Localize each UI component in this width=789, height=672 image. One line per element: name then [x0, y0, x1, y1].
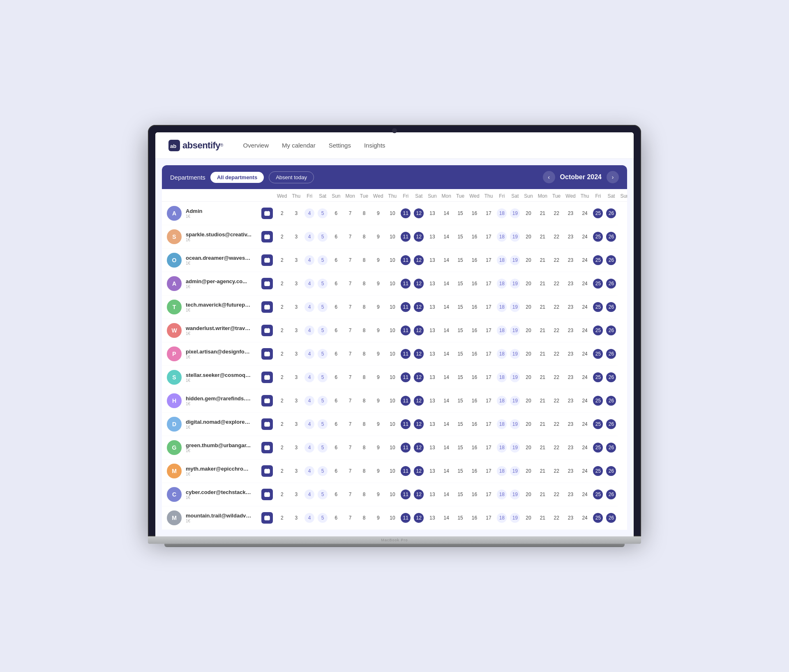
- day-cell[interactable]: 26: [604, 389, 618, 413]
- day-cell[interactable]: 6: [329, 483, 343, 506]
- calendar-icon-btn[interactable]: [261, 278, 273, 289]
- day-cell[interactable]: 24: [578, 460, 592, 483]
- day-cell[interactable]: 19: [508, 342, 521, 366]
- day-cell[interactable]: 21: [535, 460, 550, 483]
- day-cell[interactable]: 20: [521, 249, 535, 272]
- day-cell[interactable]: 10: [386, 272, 399, 296]
- day-cell[interactable]: 19: [508, 202, 521, 225]
- day-cell[interactable]: 13: [425, 389, 439, 413]
- day-cell[interactable]: 23: [563, 506, 578, 530]
- day-cell[interactable]: 15: [454, 506, 467, 530]
- day-cell[interactable]: 11: [399, 389, 412, 413]
- day-cell[interactable]: 25: [591, 225, 604, 249]
- day-cell[interactable]: 9: [371, 389, 385, 413]
- day-cell[interactable]: 15: [454, 460, 467, 483]
- calendar-icon-btn[interactable]: [261, 325, 273, 336]
- day-cell[interactable]: 5: [316, 413, 329, 436]
- day-cell[interactable]: 21: [535, 389, 550, 413]
- day-cell[interactable]: 23: [563, 272, 578, 296]
- day-cell[interactable]: 19: [508, 296, 521, 319]
- day-cell[interactable]: 14: [439, 483, 454, 506]
- day-cell[interactable]: 17: [482, 366, 496, 389]
- day-cell[interactable]: 5: [316, 506, 329, 530]
- day-cell[interactable]: 25: [591, 342, 604, 366]
- next-month-btn[interactable]: ›: [607, 171, 619, 183]
- day-cell[interactable]: 4: [303, 366, 316, 389]
- day-cell[interactable]: 13: [425, 202, 439, 225]
- day-cell[interactable]: 3: [289, 413, 303, 436]
- day-cell[interactable]: 14: [439, 225, 454, 249]
- day-cell[interactable]: 7: [343, 225, 358, 249]
- day-cell[interactable]: 4: [303, 249, 316, 272]
- day-cell[interactable]: 21: [535, 506, 550, 530]
- day-cell[interactable]: 6: [329, 202, 343, 225]
- day-cell[interactable]: 25: [591, 436, 604, 460]
- day-cell[interactable]: 7: [343, 319, 358, 342]
- day-cell[interactable]: 5: [316, 436, 329, 460]
- day-cell[interactable]: 15: [454, 296, 467, 319]
- day-cell[interactable]: 7: [343, 483, 358, 506]
- day-cell[interactable]: 23: [563, 319, 578, 342]
- day-cell[interactable]: 11: [399, 413, 412, 436]
- day-cell[interactable]: 18: [495, 225, 508, 249]
- day-cell[interactable]: 23: [563, 296, 578, 319]
- day-cell[interactable]: 9: [371, 460, 385, 483]
- day-cell[interactable]: 23: [563, 436, 578, 460]
- day-cell[interactable]: 22: [550, 342, 563, 366]
- day-cell[interactable]: 25: [591, 506, 604, 530]
- day-cell[interactable]: 8: [358, 483, 371, 506]
- day-cell[interactable]: 15: [454, 483, 467, 506]
- day-cell[interactable]: 6: [329, 342, 343, 366]
- day-cell[interactable]: 12: [412, 296, 425, 319]
- calendar-icon-btn[interactable]: [261, 254, 273, 266]
- nav-overview[interactable]: Overview: [243, 140, 269, 150]
- calendar-icon-btn[interactable]: [261, 395, 273, 406]
- day-cell[interactable]: 5: [316, 249, 329, 272]
- day-cell[interactable]: 13: [425, 272, 439, 296]
- day-cell[interactable]: 4: [303, 483, 316, 506]
- day-cell[interactable]: 26: [604, 202, 618, 225]
- day-cell[interactable]: 14: [439, 272, 454, 296]
- day-cell[interactable]: 22: [550, 319, 563, 342]
- day-cell[interactable]: 3: [289, 296, 303, 319]
- day-cell[interactable]: 20: [521, 436, 535, 460]
- day-cell[interactable]: 13: [425, 413, 439, 436]
- day-cell[interactable]: 14: [439, 319, 454, 342]
- day-cell[interactable]: 25: [591, 202, 604, 225]
- day-cell[interactable]: 21: [535, 225, 550, 249]
- day-cell[interactable]: 11: [399, 225, 412, 249]
- day-cell[interactable]: 6: [329, 366, 343, 389]
- day-cell[interactable]: 13: [425, 249, 439, 272]
- day-cell[interactable]: 2: [275, 436, 289, 460]
- day-cell[interactable]: 12: [412, 366, 425, 389]
- day-cell[interactable]: 15: [454, 342, 467, 366]
- day-cell[interactable]: 11: [399, 483, 412, 506]
- day-cell[interactable]: 21: [535, 483, 550, 506]
- day-cell[interactable]: 15: [454, 389, 467, 413]
- calendar-icon-btn[interactable]: [261, 372, 273, 383]
- day-cell[interactable]: 18: [495, 413, 508, 436]
- day-cell[interactable]: 16: [467, 506, 482, 530]
- day-cell[interactable]: 17: [482, 413, 496, 436]
- day-cell[interactable]: 18: [495, 342, 508, 366]
- calendar-icon-btn[interactable]: [261, 208, 273, 219]
- day-cell[interactable]: 22: [550, 506, 563, 530]
- day-cell[interactable]: 16: [467, 342, 482, 366]
- day-cell[interactable]: 8: [358, 460, 371, 483]
- day-cell[interactable]: 11: [399, 202, 412, 225]
- day-cell[interactable]: 12: [412, 483, 425, 506]
- day-cell[interactable]: 26: [604, 342, 618, 366]
- day-cell[interactable]: 22: [550, 249, 563, 272]
- day-cell[interactable]: 8: [358, 202, 371, 225]
- day-cell[interactable]: 22: [550, 366, 563, 389]
- day-cell[interactable]: 4: [303, 225, 316, 249]
- day-cell[interactable]: 23: [563, 225, 578, 249]
- day-cell[interactable]: 14: [439, 342, 454, 366]
- day-cell[interactable]: 23: [563, 413, 578, 436]
- day-cell[interactable]: 3: [289, 366, 303, 389]
- day-cell[interactable]: 20: [521, 319, 535, 342]
- day-cell[interactable]: 5: [316, 460, 329, 483]
- day-cell[interactable]: 5: [316, 342, 329, 366]
- day-cell[interactable]: 19: [508, 249, 521, 272]
- day-cell[interactable]: 24: [578, 436, 592, 460]
